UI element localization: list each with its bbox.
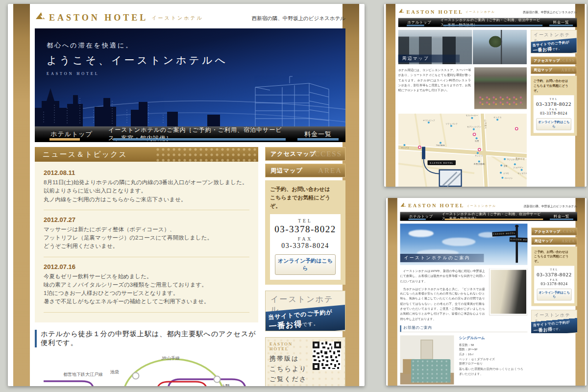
- hotel-logo[interactable]: EASTON HOTEL イーストンホテル: [400, 202, 496, 209]
- svg-text:オリンピック: オリンピック: [423, 119, 435, 122]
- svg-text:上野: 上野: [221, 384, 230, 387]
- mobile-site-box: EASTON HOTEL 携帯版は こちらより ご覧ください。: [265, 337, 345, 386]
- phone-box: TEL 03-3378-8022 FAX 03-3378-8024 オンライン予…: [534, 266, 574, 303]
- access-map-button[interactable]: アクセスマップACCESS: [531, 57, 577, 65]
- svg-text:サイゼリヤ: サイゼリヤ: [518, 172, 527, 174]
- nav-rates[interactable]: 料金一覧: [291, 126, 345, 142]
- hotel-logo[interactable]: EASTON HOTEL イーストンホテル: [35, 11, 203, 22]
- hotel-building-marker: [422, 147, 425, 159]
- nav-active-underline: [445, 219, 543, 220]
- railway-map: JR山手線 都営地下鉄大江戸線 JR中央線 東京メトロ丸ノ内線 荻窪 中野 東中…: [35, 352, 258, 387]
- room-single: シングルルーム 客室数：58 階数：2F〜9F 広さ：16㎡ ベッド：セミダブル…: [400, 336, 528, 385]
- contact-box: ご予約、お問い合わせは こちらまでお気軽にどうぞ。 TEL 03-3378-80…: [531, 76, 577, 136]
- nav-underline: [443, 25, 542, 26]
- news-entry: 2012.08.11 8月11日(土)始発よりホテルの隣に丸の内線の3番出入口が…: [44, 169, 249, 204]
- nav-rates[interactable]: 料金一覧: [546, 212, 577, 221]
- news-entry: 2012.07.27 マッサージは新たにボディ整体（ボディコース）、 フットリフ…: [44, 216, 249, 251]
- svg-text:セブンイレブン: セブンイレブン: [467, 125, 481, 128]
- svg-text:サンクス: サンクス: [475, 154, 483, 157]
- single-room-photo: [400, 336, 454, 385]
- guide-hero-image: EASTON HOTEL EASTON HOTEL イーストンホテルのご案内: [400, 223, 528, 265]
- nav-hotel-guide[interactable]: イーストンホテルのご案内［ご予約・ご利用、宿泊中サービス、客室・館内設備］: [441, 18, 545, 27]
- area-ghost-text: AREA: [318, 167, 342, 175]
- nav-underline: [407, 25, 424, 26]
- signboard-easton: EASTON HOTEL: [510, 237, 528, 243]
- tel-number: 03-3378-8022: [272, 224, 339, 235]
- site-header: EASTON HOTEL イーストンホテル 西新宿の隣、中野坂上のビジネスホテル: [35, 4, 345, 28]
- news-topics-header: ニュース＆トピックス: [35, 147, 258, 162]
- main-nav: ホテルトップ イーストンホテルのご案内［ご予約・ご利用、宿泊中サービス、客室・館…: [35, 126, 345, 142]
- svg-text:サンクス: サンクス: [493, 116, 501, 119]
- gold-side-band: [13, 4, 30, 386]
- svg-text:ドコモ: ドコモ: [503, 172, 509, 174]
- area-map-button[interactable]: 周辺マップAREA: [265, 164, 345, 177]
- access-ghost-text: ACCESS: [308, 150, 342, 158]
- nav-hotel-top[interactable]: ホテルトップ: [400, 212, 442, 221]
- site-header: EASTON HOTEL イーストンホテル 西新宿の隣、中野坂上のビジネスホテル: [398, 4, 577, 18]
- nav-active-underline: [49, 138, 80, 141]
- site-tagline: 西新宿の隣、中野坂上のビジネスホテル: [523, 10, 577, 14]
- online-reservation-button[interactable]: オンライン予約はこちら: [275, 254, 336, 275]
- news-topics-box: ニュース＆トピックス 2012.08.11 8月11日(土)始発よりホテルの隣に…: [35, 147, 258, 322]
- hotel-logo-icon: [400, 202, 407, 209]
- street-photos: 周辺マップ: [398, 30, 527, 64]
- nav-hotel-top[interactable]: ホテルトップ: [35, 126, 108, 142]
- contact-box: ご予約、お問い合わせは こちらまでお気軽にどうぞ。 TEL 03-3378-80…: [531, 246, 577, 306]
- home-hero-image: 都心への滞在を快適に。 ようこそ、イーストンホテルへ EASTON HOTEL: [35, 28, 345, 126]
- svg-text:サンクス: サンクス: [401, 147, 409, 149]
- tel-number: 03-3378-8022: [535, 101, 573, 107]
- area-map-button[interactable]: 周辺マップAREA: [531, 237, 577, 245]
- neighborhood-map: EASTON HOTEL: [398, 114, 527, 187]
- lace-pattern: [155, 147, 258, 162]
- hotel-logo-kana: イーストンホテル: [151, 15, 203, 22]
- signboard-easton: EASTON HOTEL: [492, 231, 516, 237]
- panel-hotel-guide: EASTON HOTEL イーストンホテル 西新宿の隣、中野坂上のビジネスホテル…: [386, 198, 587, 386]
- nav-underline: [550, 219, 573, 220]
- hotel-entrance-photo: [474, 67, 527, 109]
- main-nav: ホテルトップ イーストンホテルのご案内［ご予約・ご利用、宿泊中サービス、客室・館…: [400, 212, 577, 221]
- site-tagline: 西新宿の隣、中野坂上のビジネスホテル: [524, 204, 577, 208]
- site-header: EASTON HOTEL イーストンホテル 西新宿の隣、中野坂上のビジネスホテル: [400, 198, 577, 212]
- hotel-logo[interactable]: EASTON HOTEL イーストンホテル: [398, 8, 495, 15]
- nav-hotel-guide[interactable]: イーストンホテルのご案内［ご予約・ご利用、宿泊中サービス、客室・館内設備］: [442, 212, 546, 221]
- rooms-section-heading: お部屋のご案内: [400, 325, 528, 332]
- tel-number: 03-3378-8022: [535, 271, 573, 278]
- nav-underline: [409, 219, 426, 220]
- hero-welcome: ようこそ、イーストンホテルへ: [47, 53, 228, 67]
- divider: [44, 210, 249, 210]
- hotel-logo-text: EASTON HOTEL: [49, 13, 148, 22]
- online-promo-banner[interactable]: イーストンホテル オンライン予約 当サイトでのご予約が 一番お得です。: [265, 291, 345, 331]
- hotel-logo-icon: [35, 11, 46, 22]
- guide-paragraph-1: イーストンホテルは1979年、新宿の中心地に程近い中野坂上にて創業し、お客様には…: [400, 269, 485, 284]
- screenshot-collage: EASTON HOTEL イーストンホテル 西新宿の隣、中野坂上のビジネスホテル: [0, 0, 588, 392]
- svg-text:ソフトバンク: ソフトバンク: [445, 122, 458, 125]
- nav-rates[interactable]: 料金一覧: [545, 18, 577, 27]
- lobby-photo: [490, 269, 528, 315]
- qr-code: [313, 342, 341, 370]
- online-promo-banner[interactable]: イーストンホテル オンライン予約 当サイトでのご予約が 一番お得です。: [531, 30, 577, 53]
- online-reservation-button[interactable]: オンライン予約はこちら: [537, 119, 571, 130]
- area-map-button[interactable]: 周辺マップAREA: [531, 66, 577, 74]
- nav-underline: [113, 138, 286, 141]
- phone-box: TEL 03-3378-8022 FAX 03-3378-8024 オンライン予…: [270, 214, 341, 280]
- phone-box: TEL 03-3378-8022 FAX 03-3378-8024 オンライン予…: [534, 95, 574, 133]
- nav-hotel-top[interactable]: ホテルトップ: [398, 18, 441, 27]
- access-map-button[interactable]: アクセスマップACCESS: [531, 227, 577, 235]
- svg-text:JR山手線: JR山手線: [161, 356, 180, 361]
- divider: [44, 257, 249, 257]
- svg-text:池袋: 池袋: [110, 369, 119, 374]
- access-heading: ホテルから徒歩１分の中野坂上駅は、都内主要駅へのアクセスが便利です。: [35, 330, 258, 347]
- panel-home: EASTON HOTEL イーストンホテル 西新宿の隣、中野坂上のビジネスホテル: [8, 4, 365, 386]
- page-title-ribbon: 周辺マップ: [398, 55, 460, 63]
- hotel-logo-icon: [398, 8, 405, 15]
- area-description: ホテル周辺には、コンビニエンスストア、スーパー等があり、ショートステイにもとても…: [398, 67, 471, 109]
- gold-side-band: [386, 4, 395, 187]
- fax-number: 03-3378-8024: [272, 242, 339, 250]
- svg-text:交番: 交番: [504, 165, 508, 167]
- news-date: 2012.08.11: [44, 169, 249, 176]
- nav-hotel-guide[interactable]: イーストンホテルのご案内［ご予約・ご利用、宿泊中サービス、客室・館内設備］: [108, 126, 291, 142]
- access-map-button[interactable]: アクセスマップACCESS: [265, 147, 345, 161]
- svg-text:ジョナサン: ジョナサン: [513, 166, 523, 169]
- online-reservation-button[interactable]: オンライン予約はこちら: [537, 289, 572, 300]
- online-promo-banner[interactable]: イーストンホテル オンライン予約 当サイトでのご予約が 一番お得です。: [531, 310, 577, 333]
